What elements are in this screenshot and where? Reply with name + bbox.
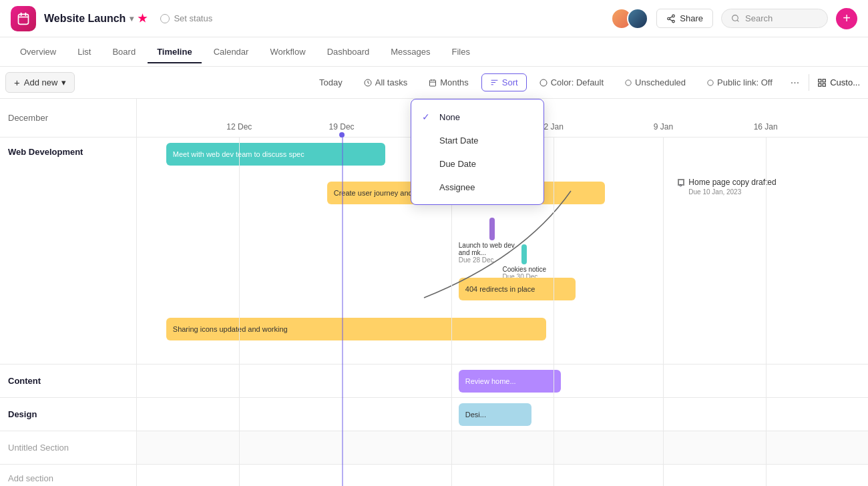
check-icon: ✓: [422, 111, 433, 122]
chevron-down-icon: ▾: [130, 14, 134, 23]
sidebar-item-untitled[interactable]: Untitled Section: [0, 431, 136, 465]
svg-point-21: [708, 79, 713, 85]
set-status[interactable]: Set status: [160, 13, 212, 23]
section-label: Web Development: [8, 147, 83, 157]
add-new-label: Add new: [24, 77, 58, 87]
tab-files[interactable]: Files: [442, 41, 479, 63]
share-label: Share: [680, 13, 703, 23]
section-label: Content: [8, 376, 41, 386]
today-dot: [339, 132, 345, 138]
task-bar-sharing[interactable]: Sharing icons updated and working: [166, 318, 546, 340]
section-label: Untitled Section: [8, 443, 69, 453]
svg-line-8: [670, 16, 672, 17]
svg-rect-0: [19, 14, 29, 24]
custom-button[interactable]: Custo...: [809, 74, 868, 91]
add-new-button[interactable]: + Add new ▾: [5, 72, 75, 93]
date-label: 12 Dec: [226, 122, 252, 132]
svg-point-6: [672, 20, 675, 23]
task-bar-review[interactable]: Review home...: [459, 370, 561, 393]
color-label: Color: Default: [551, 77, 604, 87]
today-label: Today: [319, 77, 343, 87]
sort-option-none[interactable]: ✓ None: [411, 105, 544, 129]
status-circle-icon: [160, 14, 170, 23]
sidebar-header: December: [0, 99, 136, 138]
sort-option-due-date[interactable]: Due Date: [411, 152, 544, 176]
plus-icon: +: [14, 77, 20, 88]
chevron-down-icon: ▾: [61, 77, 66, 87]
nav-tabs: Overview List Board Timeline Calendar Wo…: [0, 37, 868, 67]
svg-rect-22: [819, 79, 821, 81]
add-button[interactable]: +: [836, 8, 857, 29]
sidebar-item-web-development[interactable]: Web Development: [0, 138, 136, 364]
set-status-label: Set status: [174, 13, 212, 23]
months-button[interactable]: Months: [420, 73, 477, 91]
tab-workflow[interactable]: Workflow: [260, 41, 314, 63]
svg-line-7: [670, 19, 672, 20]
project-name[interactable]: Website Launch ▾ ★: [44, 12, 147, 25]
unscheduled-label: Unscheduled: [635, 77, 686, 87]
sort-start-date-label: Start Date: [439, 136, 479, 146]
section-label: Design: [8, 409, 37, 419]
app-icon: [11, 6, 36, 31]
custom-label: Custo...: [830, 77, 860, 87]
share-button[interactable]: Share: [656, 9, 713, 28]
date-label: 9 Jan: [654, 122, 673, 132]
task-bar-design[interactable]: Desi...: [459, 403, 532, 426]
timeline-section-untitled: [137, 431, 868, 465]
tab-overview[interactable]: Overview: [11, 41, 65, 63]
tab-dashboard[interactable]: Dashboard: [318, 41, 379, 63]
tab-messages[interactable]: Messages: [381, 41, 439, 63]
timeline-section-content: Review home...: [137, 364, 868, 398]
toolbar: + Add new ▾ Today All tasks Months Sort …: [0, 67, 868, 99]
project-name-text: Website Launch: [44, 13, 126, 25]
cookies-title: Cookies notice: [503, 266, 547, 273]
sort-button[interactable]: Sort: [481, 73, 527, 91]
tab-list[interactable]: List: [68, 41, 100, 63]
sidebar-item-design[interactable]: Design: [0, 398, 136, 431]
public-link-button[interactable]: Public link: Off: [698, 73, 781, 91]
svg-point-19: [540, 79, 547, 86]
connector-dot: ◦: [678, 179, 684, 186]
public-link-label: Public link: Off: [717, 77, 773, 87]
tab-calendar[interactable]: Calendar: [204, 41, 258, 63]
svg-rect-12: [430, 80, 436, 86]
tab-board[interactable]: Board: [103, 41, 145, 63]
sort-label: Sort: [502, 77, 518, 87]
task-home-copy[interactable]: ◦ Home page copy drafted Due 10 Jan, 202…: [678, 178, 776, 196]
month-label: December: [8, 113, 48, 123]
task-title: Sharing icons updated and working: [173, 325, 288, 333]
task-bar-cookies[interactable]: Cookies notice Due 30 Dec: [503, 244, 547, 280]
task-title: Desi...: [465, 411, 486, 419]
unscheduled-button[interactable]: Unscheduled: [616, 73, 694, 91]
top-header: Website Launch ▾ ★ Set status Share Sear…: [0, 0, 868, 37]
svg-point-4: [672, 15, 675, 17]
tab-timeline[interactable]: Timeline: [148, 41, 202, 63]
add-section-label: Add section: [8, 473, 53, 483]
star-icon[interactable]: ★: [138, 12, 147, 25]
sort-dropdown: ✓ None Start Date Due Date Assignee: [411, 99, 544, 205]
date-label: 19 Dec: [329, 122, 355, 132]
all-tasks-button[interactable]: All tasks: [355, 73, 416, 91]
color-button[interactable]: Color: Default: [531, 73, 612, 91]
avatar: [627, 8, 648, 29]
task-bar-redirects[interactable]: 404 redirects in place: [459, 278, 576, 300]
search-input[interactable]: Search: [721, 9, 828, 28]
task-title: Review home...: [465, 377, 516, 386]
svg-rect-24: [823, 83, 825, 86]
timeline-sidebar: December Web Development Content Design …: [0, 99, 137, 486]
date-label: 16 Jan: [754, 122, 778, 132]
sidebar-add-section[interactable]: Add section: [0, 465, 136, 486]
today-button[interactable]: Today: [310, 73, 351, 91]
more-options-button[interactable]: ···: [785, 74, 805, 91]
task-bar-meet-web-dev[interactable]: Meet with web dev team to discuss spec: [166, 143, 386, 166]
svg-rect-25: [819, 83, 821, 86]
svg-point-9: [732, 15, 738, 21]
task-title: 404 redirects in place: [465, 284, 535, 294]
svg-rect-23: [823, 79, 825, 81]
sort-option-start-date[interactable]: Start Date: [411, 129, 544, 152]
timeline-add-section: [137, 465, 868, 486]
sort-option-assignee[interactable]: Assignee: [411, 176, 544, 199]
sidebar-item-content[interactable]: Content: [0, 364, 136, 398]
sort-due-date-label: Due Date: [439, 159, 476, 169]
task-title: Home page copy drafted: [688, 178, 776, 187]
